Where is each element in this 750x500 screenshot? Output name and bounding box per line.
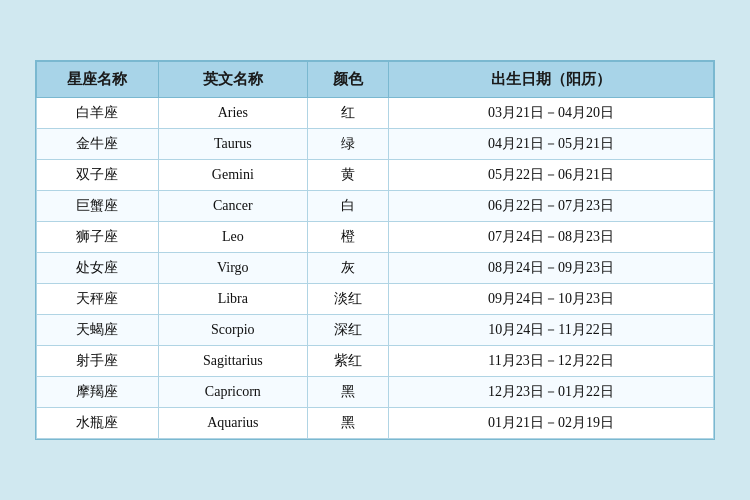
cell-date: 08月24日－09月23日 [389, 253, 714, 284]
cell-date: 04月21日－05月21日 [389, 129, 714, 160]
cell-date: 12月23日－01月22日 [389, 377, 714, 408]
cell-en-name: Gemini [158, 160, 307, 191]
cell-color: 灰 [307, 253, 388, 284]
cell-zh-name: 摩羯座 [37, 377, 159, 408]
cell-en-name: Capricorn [158, 377, 307, 408]
cell-color: 红 [307, 98, 388, 129]
table-row: 巨蟹座Cancer白06月22日－07月23日 [37, 191, 714, 222]
cell-en-name: Leo [158, 222, 307, 253]
cell-color: 白 [307, 191, 388, 222]
zodiac-table: 星座名称 英文名称 颜色 出生日期（阳历） 白羊座Aries红03月21日－04… [36, 61, 714, 439]
cell-en-name: Aries [158, 98, 307, 129]
table-row: 水瓶座Aquarius黑01月21日－02月19日 [37, 408, 714, 439]
zodiac-table-container: 星座名称 英文名称 颜色 出生日期（阳历） 白羊座Aries红03月21日－04… [35, 60, 715, 440]
table-header-row: 星座名称 英文名称 颜色 出生日期（阳历） [37, 62, 714, 98]
cell-color: 淡红 [307, 284, 388, 315]
table-row: 天秤座Libra淡红09月24日－10月23日 [37, 284, 714, 315]
cell-zh-name: 射手座 [37, 346, 159, 377]
cell-zh-name: 处女座 [37, 253, 159, 284]
table-row: 金牛座Taurus绿04月21日－05月21日 [37, 129, 714, 160]
header-en-name: 英文名称 [158, 62, 307, 98]
table-row: 天蝎座Scorpio深红10月24日－11月22日 [37, 315, 714, 346]
table-row: 白羊座Aries红03月21日－04月20日 [37, 98, 714, 129]
cell-date: 05月22日－06月21日 [389, 160, 714, 191]
table-row: 射手座Sagittarius紫红11月23日－12月22日 [37, 346, 714, 377]
cell-color: 黑 [307, 377, 388, 408]
table-row: 双子座Gemini黄05月22日－06月21日 [37, 160, 714, 191]
cell-color: 黑 [307, 408, 388, 439]
cell-date: 11月23日－12月22日 [389, 346, 714, 377]
cell-color: 绿 [307, 129, 388, 160]
cell-color: 黄 [307, 160, 388, 191]
cell-date: 06月22日－07月23日 [389, 191, 714, 222]
header-zh-name: 星座名称 [37, 62, 159, 98]
table-row: 处女座Virgo灰08月24日－09月23日 [37, 253, 714, 284]
cell-en-name: Taurus [158, 129, 307, 160]
cell-zh-name: 双子座 [37, 160, 159, 191]
cell-en-name: Scorpio [158, 315, 307, 346]
cell-en-name: Virgo [158, 253, 307, 284]
cell-zh-name: 天秤座 [37, 284, 159, 315]
cell-color: 橙 [307, 222, 388, 253]
cell-zh-name: 水瓶座 [37, 408, 159, 439]
cell-date: 07月24日－08月23日 [389, 222, 714, 253]
cell-zh-name: 天蝎座 [37, 315, 159, 346]
table-row: 摩羯座Capricorn黑12月23日－01月22日 [37, 377, 714, 408]
cell-en-name: Aquarius [158, 408, 307, 439]
cell-date: 03月21日－04月20日 [389, 98, 714, 129]
cell-en-name: Sagittarius [158, 346, 307, 377]
cell-zh-name: 白羊座 [37, 98, 159, 129]
cell-en-name: Cancer [158, 191, 307, 222]
header-date: 出生日期（阳历） [389, 62, 714, 98]
cell-color: 深红 [307, 315, 388, 346]
cell-date: 09月24日－10月23日 [389, 284, 714, 315]
cell-zh-name: 金牛座 [37, 129, 159, 160]
cell-date: 10月24日－11月22日 [389, 315, 714, 346]
table-row: 狮子座Leo橙07月24日－08月23日 [37, 222, 714, 253]
cell-en-name: Libra [158, 284, 307, 315]
cell-zh-name: 巨蟹座 [37, 191, 159, 222]
header-color: 颜色 [307, 62, 388, 98]
cell-color: 紫红 [307, 346, 388, 377]
cell-date: 01月21日－02月19日 [389, 408, 714, 439]
cell-zh-name: 狮子座 [37, 222, 159, 253]
